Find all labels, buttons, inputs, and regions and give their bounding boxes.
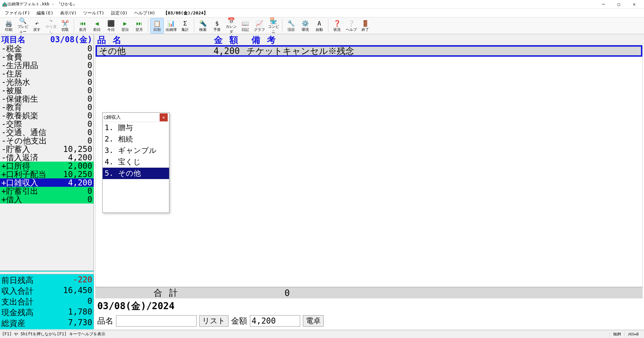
toolbar-prev-month-button[interactable]: ⏮前月 [76, 18, 90, 34]
summary-value: -220 [73, 275, 92, 286]
toolbar-label: 翌日 [121, 27, 129, 32]
toolbar-exit-button[interactable]: 🚪終了 [359, 18, 372, 34]
toolbar-help2-button[interactable]: ❔ヘルプ [344, 18, 358, 34]
total-label: 合計 [99, 287, 239, 299]
detail-row[interactable]: その他4,200チケットキャンセル※残念 [96, 45, 642, 57]
toolbar-today-button[interactable]: ⬛今日 [104, 18, 118, 34]
redo-icon: ↷ [49, 17, 53, 24]
entry-bar: 品名 リスト 金額 電卓 [94, 314, 644, 329]
toolbar-budget-button[interactable]: $予算 [210, 18, 224, 34]
detail-body[interactable]: その他4,200チケットキャンセル※残念 □雑収入 × 1. 贈与2. 相続3.… [95, 45, 643, 287]
toolbar-status-button[interactable]: ❓状況 [330, 18, 344, 34]
list-button[interactable]: リスト [199, 315, 228, 327]
menu-help[interactable]: ヘルプ(H) [131, 10, 158, 16]
prev-day-icon: ◀ [95, 19, 99, 27]
category-header-label: 項目名 [1, 34, 50, 45]
summary-value: 16,450 [63, 286, 92, 296]
toolbar-convini-button[interactable]: 🏪コンビニ [267, 18, 280, 34]
toolbar-undo-button[interactable]: ↶戻す [30, 18, 44, 34]
popup-title: □雑収入 [104, 114, 160, 120]
env-icon: ⚙️ [302, 19, 309, 27]
toolbar-label: 戻す [33, 27, 41, 32]
popup-item[interactable]: 3. ギャンブル [103, 145, 169, 156]
category-value: 0 [62, 103, 92, 112]
summary-value: 7,730 [68, 318, 92, 329]
popup-item[interactable]: 1. 贈与 [103, 122, 169, 133]
misc-income-popup: □雑収入 × 1. 贈与2. 相続3. ギャンブル4. 宝くじ5. その他 [102, 112, 169, 213]
summary-panel: 前日残高-220収入合計16,450支出合計0現金残高1,780総資産7,730 [0, 271, 94, 329]
close-button[interactable]: ✕ [627, 0, 642, 9]
category-row[interactable]: +借入0 [0, 195, 94, 204]
toolbar-prev-day-button[interactable]: ◀前日 [90, 18, 104, 34]
preview-icon: 🔍 [19, 17, 26, 24]
toolbar-ledger-button[interactable]: 📊出納簿 [164, 18, 178, 34]
category-value: 0 [62, 69, 92, 78]
toolbar-diary-button[interactable]: 📖日記 [238, 18, 252, 34]
category-value: 0 [62, 77, 92, 87]
category-pane: 項目名 03/08(金) -税金0-食費0-生活用品0-住居0-光熱水0-被服0… [0, 34, 94, 329]
ledger-icon: 📊 [167, 19, 175, 27]
menu-file[interactable]: ファイル(F) [1, 10, 33, 16]
toolbar-label: 切取 [61, 27, 69, 32]
toolbar-next-month-button[interactable]: ⏭翌月 [132, 18, 146, 34]
toolbar-graph-button[interactable]: 📈グラフ [253, 18, 266, 34]
entry-amount-label: 金額 [231, 316, 247, 326]
category-value: 0 [62, 111, 92, 120]
toolbar-label: 翌月 [136, 27, 143, 32]
popup-item[interactable]: 2. 相続 [103, 133, 169, 145]
category-value: 0 [62, 186, 92, 196]
toolbar-redo-button[interactable]: ↷やり直し [44, 18, 58, 34]
toolbar-label: 出納簿 [166, 27, 177, 32]
popup-item[interactable]: 5. その他 [103, 168, 169, 179]
toolbar-label: プレビュー [16, 24, 29, 34]
detail-cell: その他 [99, 45, 190, 57]
menu-setting[interactable]: 設定(O) [108, 10, 131, 16]
convini-icon: 🏪 [270, 17, 277, 24]
budget-icon: $ [215, 19, 219, 27]
toolbar-next-day-button[interactable]: ▶翌日 [118, 18, 132, 34]
detail-header-amount: 金額 [191, 34, 245, 46]
summary-label: 収入合計 [1, 286, 63, 296]
calculator-button[interactable]: 電卓 [303, 315, 324, 327]
toolbar-label: 前日 [93, 27, 101, 32]
entry-amount-input[interactable] [250, 315, 300, 327]
toolbar-label: グラフ [254, 27, 265, 32]
summary-label: 現金残高 [1, 307, 68, 318]
toolbar-preview-button[interactable]: 🔍プレビュー [16, 18, 30, 34]
detail-header: 品名 金額 備考 [94, 34, 644, 45]
toolbar-search-button[interactable]: 🔦検索 [196, 18, 210, 34]
menu-view[interactable]: 表示(V) [57, 10, 80, 16]
summary-row: 前日残高-220 [1, 275, 92, 286]
detail-cell: チケットキャンセル※残念 [240, 45, 639, 57]
toolbar-env-button[interactable]: ⚙️環境 [299, 18, 312, 34]
menu-tool[interactable]: ツール(T) [80, 10, 107, 16]
category-list[interactable]: -税金0-食費0-生活用品0-住居0-光熱水0-被服0-保健衛生0-教育0-教養… [0, 44, 94, 271]
category-value: 4,200 [62, 153, 92, 162]
maximize-button[interactable]: ▢ [611, 0, 627, 9]
toolbar-label: 環境 [302, 27, 309, 32]
toolbar-daily-button[interactable]: 📋日別 [150, 18, 164, 34]
entry-name-label: 品名 [97, 316, 113, 326]
minimize-button[interactable]: ─ [596, 0, 611, 9]
menu-edit[interactable]: 編集(E) [33, 10, 56, 16]
toolbar-cut-button[interactable]: ✂️切取 [58, 18, 72, 34]
summary-label: 前日残高 [1, 275, 73, 286]
entry-name-input[interactable] [116, 315, 197, 327]
search-icon: 🔦 [199, 19, 207, 27]
toolbar-summary-button[interactable]: Σ集計 [178, 18, 192, 34]
toolbar-print-button[interactable]: 🖨️印刷 [2, 18, 15, 34]
toolbar-item-button[interactable]: 🔧項目 [284, 18, 298, 34]
popup-item[interactable]: 4. 宝くじ [103, 156, 169, 168]
category-value: 0 [62, 86, 92, 95]
toolbar-calendar-button[interactable]: 📅カレンダ [224, 18, 238, 34]
summary-icon: Σ [183, 19, 187, 27]
statusbar: [F1] や Shiftを押しながら[F1] キーでヘルプを表示 NUM ﾒﾓﾘ… [0, 330, 644, 338]
toolbar-auto-button[interactable]: A自動 [313, 18, 326, 34]
toolbar-label: 予算 [213, 27, 221, 32]
popup-close-button[interactable]: × [160, 113, 168, 121]
toolbar-label: 検索 [199, 27, 207, 32]
summary-value: 0 [88, 296, 92, 307]
auto-icon: A [318, 19, 321, 27]
titlebar: 出納簿デフォルト.kkb - 『ひかる』 ─ ▢ ✕ [0, 0, 644, 9]
detail-header-name: 品名 [97, 34, 191, 46]
